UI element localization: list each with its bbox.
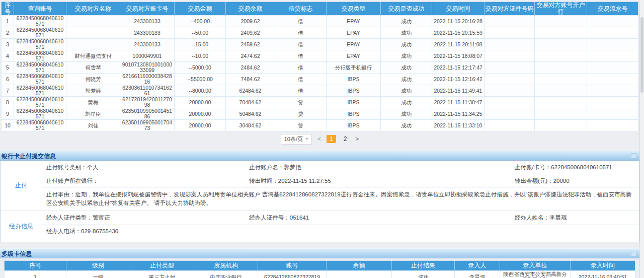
cell-counterparty-name: 何晓芳 [66,74,120,85]
column-header: 止付类型 [130,261,194,271]
cell-entry-unit: 陕西省西安市公安局高新分局刑警大队 [500,271,571,278]
page-button-1[interactable]: 1 [327,135,336,143]
cell-amount: 20000.00 [175,97,226,108]
cell-amount: --8000.00 [175,85,226,97]
cell-transaction-type: IBPS [327,108,381,120]
collapse-icon[interactable] [631,251,636,256]
field-row: 止付账户所在银行： 转出时间：2022-11-15 11:27:55 转出金额(… [42,174,639,187]
cell-counterparty-name: 黄梅 [66,97,120,108]
stop-payment-panel-header: 银行卡止付提交信息 [0,151,639,161]
field-row: 经办人电话：029-86755430 [42,224,639,238]
cell-id-number [485,108,535,120]
cell-seq: 3 [2,39,14,50]
cell-bank [535,16,587,27]
stop-payment-panel-title: 银行卡止付提交信息 [2,153,56,160]
vertical-scrollbar [639,0,644,278]
column-header: 所属机构 [194,261,258,271]
cell-query-account: 6228450068040610571 [14,50,66,62]
chevron-right-icon[interactable]: > [354,135,360,143]
cell-balance: 2459.62 [226,39,275,50]
cell-counterparty-card: 1000049901 [120,50,175,62]
cell-level: 一级 [66,271,130,278]
main-content: 序号查询账号交易对方名称交易对方账卡号交易金额交易余额借贷标志交易类型交易是否成… [0,0,639,278]
column-header: 交易流水号 [587,2,638,16]
cell-transaction-type: EPAY [327,16,381,27]
column-header: 余额 [327,261,392,271]
cell-entry-person: 李晨琨 [455,271,500,278]
column-header: 交易是否成功 [381,2,432,16]
column-header: 交易金额 [175,2,226,16]
cell-query-account: 6228450068040610571 [14,16,66,27]
cell-debit-credit-flag: 借 [275,27,327,39]
column-header: 交易类型 [327,2,381,16]
cell-time: 2022-11-15 11:34:25 [432,108,485,120]
table-row: 6 6228450068040610571 何晓芳 62166116000038… [2,74,638,85]
cell-seq: 4 [2,50,14,62]
multicard-panel-title: 多级卡信息 [2,250,32,257]
cell-balance: 2409.62 [226,27,275,39]
cell-success: 成功 [381,39,432,50]
field-handler-phone: 经办人电话：029-86755430 [42,225,245,238]
pagination: 10条/页 < 1 2 > [1,134,639,144]
cell-amount: --10.00 [175,50,226,62]
cell-counterparty-name: 刘星臣 [66,108,120,120]
cell-result: 成功 [392,271,455,278]
cell-entry-time: 2022-11-16 03:40:51 [571,271,635,278]
cell-success: 成功 [381,27,432,39]
cell-debit-credit-flag: 贷 [275,97,327,108]
cell-counterparty-name: 何雪琴 [66,62,120,74]
cell-query-account: 6228450068040610571 [14,62,66,74]
cell-query-account: 6228450068040610571 [14,120,66,131]
transactions-header-row: 序号查询账号交易对方名称交易对方账卡号交易金额交易余额借贷标志交易类型交易是否成… [2,2,638,16]
column-header: 交易对方名称 [66,2,120,16]
handler-group: 经办信息 经办人证件类型：警官证 经办人证件号：051641 经办人姓名：李晨琨… [1,211,639,242]
table-row: 5 6228450068040610571 何雪琴 90107130801001… [2,62,638,74]
cell-debit-credit-flag: 贷 [275,120,327,131]
column-header: 借贷标志 [275,2,327,16]
chevron-left-icon[interactable]: < [316,135,322,143]
cell-bank [535,74,587,85]
table-row: 10 6228450068040610571 刘佳 62350109905001… [2,120,638,131]
stop-payment-group-label: 止付 [1,161,42,211]
cell-balance: 62484.62 [226,85,275,97]
cell-debit-credit-flag: 贷 [275,108,327,120]
field-account-name: 止付账户名：郭梦艳 [245,161,511,174]
cell-seq: 5 [2,62,14,74]
cell-seq: 6 [2,74,14,85]
cell-transaction-type: IBPS [327,85,381,97]
cell-query-account: 6228450068040610571 [14,39,66,50]
cell-time: 2022-11-15 20:11:08 [432,39,485,50]
table-row: 9 6228450068040610571 刘星臣 62350109905001… [2,108,638,120]
page-size-select[interactable]: 10条/页 [281,134,312,145]
cell-serial [587,85,638,97]
transactions-body: 1 6228450068040610571 243300133 --400.00… [2,16,638,131]
field-handler-name: 经办人姓名：李晨琨 [511,211,639,224]
column-header: 级别 [66,261,130,271]
field-handler-id-number: 经办人证件号：051641 [245,211,511,224]
cell-id-number [485,39,535,50]
cell-debit-credit-flag: 借 [275,16,327,27]
cell-amount: --50.00 [175,27,226,39]
page-button-2[interactable]: 2 [341,135,350,143]
cell-transaction-type: EPAY [327,50,381,62]
cell-debit-credit-flag: 借 [275,85,327,97]
stop-payment-fields: 止付账号类别：个人 止付账户名：郭梦艳 止付账/卡号：6228450068040… [42,161,639,211]
cell-transaction-type: IBPS [327,120,381,131]
cell-counterparty-card: 6235010990500170473 [120,120,175,131]
column-header: 交易对方账卡号 [120,2,175,16]
column-header: 交易时间 [432,2,485,16]
cell-bank [535,39,587,50]
table-row: 1 6228450068040610571 243300133 --400.00… [2,16,638,27]
column-header: 序号 [5,261,66,271]
cell-success: 成功 [381,97,432,108]
stop-payment-panel: 止付 止付账号类别：个人 止付账户名：郭梦艳 止付账/卡号：6228450068… [0,161,639,242]
cell-amount: 20000.00 [175,108,226,120]
cell-seq: 1 [2,16,14,27]
collapse-icon[interactable] [631,153,636,159]
cell-counterparty-name [66,16,120,27]
scrollbar-thumb[interactable] [640,17,643,93]
cell-debit-credit-flag: 借 [275,62,327,74]
field-transfer-amount: 转出金额(元)：20000 [511,174,639,187]
cell-seq: 10 [2,120,14,131]
cell-id-number [485,74,535,85]
